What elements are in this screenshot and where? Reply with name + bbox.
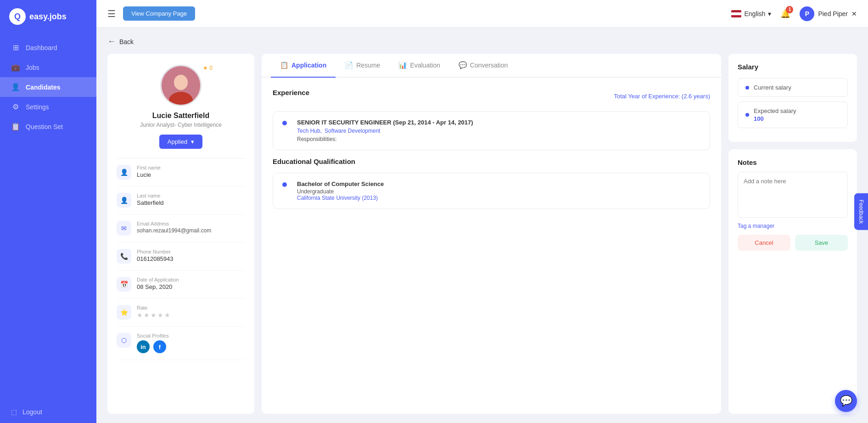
rate-label: Rate (137, 305, 245, 310)
question-set-icon: 📋 (11, 122, 20, 131)
notification-button[interactable]: 🔔 1 (780, 9, 790, 19)
flag-icon (731, 10, 741, 17)
sidebar-nav: ⊞ Dashboard 💼 Jobs 👤 Candidates ⚙ Settin… (0, 33, 96, 401)
status-dropdown[interactable]: Applied ▾ (159, 135, 202, 149)
doa-value: 08 Sep, 2020 (137, 283, 245, 290)
stars-row[interactable]: ★ ★ ★ ★ ★ (137, 311, 245, 319)
tab-resume-label: Resume (356, 62, 380, 69)
experience-card: SENIOR IT SECURITY ENGINEER (Sep 21, 201… (273, 111, 710, 150)
company-selector[interactable]: P Pied Piper ✕ (800, 6, 857, 21)
chat-fab-icon: 💬 (840, 395, 852, 407)
total-exp-label: Total Year of Experience: (614, 93, 680, 100)
company-name: Pied Piper (818, 10, 848, 17)
exp-tag-1: Software Development (325, 128, 380, 134)
social-label: Social Profiles (137, 333, 245, 338)
tab-resume[interactable]: 📄 Resume (336, 54, 389, 78)
person2-icon: 👤 (117, 193, 131, 208)
tab-application-label: Application (291, 62, 326, 69)
first-name-label: First name (137, 165, 245, 170)
tab-conversation[interactable]: 💬 Conversation (449, 54, 517, 78)
field-phone: 📞 Phone Number 01612085943 (117, 243, 245, 271)
first-name-value: Lucie (137, 171, 245, 178)
star-rating-top: ★ 0 (203, 65, 213, 71)
sidebar-item-dashboard[interactable]: ⊞ Dashboard (0, 38, 96, 57)
person-icon: 👤 (117, 165, 131, 180)
expected-salary-dot (745, 113, 749, 117)
phone-value: 01612085943 (137, 255, 245, 262)
feedback-tab[interactable]: Feedback (854, 193, 868, 230)
right-panel: Salary Current salary Expected salary 10… (728, 54, 857, 414)
edu-university: California State University (2013) (297, 195, 700, 201)
last-name-value: Satterfield (137, 199, 245, 206)
current-salary-dot (745, 86, 749, 90)
last-name-label: Last name (137, 193, 245, 198)
field-email: ✉ Email Address sohan.rezaul1994@gmail.c… (117, 214, 245, 243)
edu-degree: Bachelor of Computer Science (297, 180, 700, 187)
tab-conversation-label: Conversation (470, 62, 508, 69)
avatar (160, 65, 202, 106)
sidebar-item-candidates[interactable]: 👤 Candidates (0, 77, 96, 97)
hamburger-button[interactable]: ☰ (107, 8, 116, 19)
facebook-icon[interactable]: f (153, 340, 166, 353)
back-button[interactable]: ← Back (107, 37, 857, 46)
topbar-right: English ▾ 🔔 1 P Pied Piper ✕ (731, 6, 857, 21)
education-card: Bachelor of Computer Science Undergradua… (273, 173, 710, 209)
tab-evaluation[interactable]: 📊 Evaluation (389, 54, 449, 78)
current-salary-row: Current salary (738, 78, 848, 97)
expected-salary-label: Expected salary (754, 107, 796, 114)
salary-title: Salary (738, 63, 848, 71)
svg-point-3 (174, 76, 188, 90)
field-last-name: 👤 Last name Satterfield (117, 186, 245, 214)
logout-button[interactable]: ⬚ Logout (0, 401, 96, 423)
view-company-button[interactable]: View Company Page (123, 6, 195, 21)
field-rate: ⭐ Rate ★ ★ ★ ★ ★ (117, 299, 245, 327)
sidebar-label-candidates: Candidates (26, 84, 60, 91)
language-selector[interactable]: English ▾ (731, 10, 771, 17)
phone-label: Phone Number (137, 249, 245, 254)
star-count: ★ 0 (203, 65, 213, 71)
save-button[interactable]: Save (795, 235, 848, 251)
language-label: English (744, 10, 765, 17)
sidebar-item-jobs[interactable]: 💼 Jobs (0, 57, 96, 77)
page-layout: ★ 0 Lucie Satterfield Junior Analyst- Cy… (107, 54, 857, 414)
field-first-name: 👤 First name Lucie (117, 158, 245, 186)
tab-evaluation-label: Evaluation (410, 62, 440, 69)
sidebar-item-settings[interactable]: ⚙ Settings (0, 97, 96, 117)
salary-card: Salary Current salary Expected salary 10… (728, 54, 857, 142)
tab-application[interactable]: 📋 Application (271, 54, 336, 78)
candidate-fields: 👤 First name Lucie 👤 Last name Satterfie… (117, 158, 245, 360)
notes-actions: Cancel Save (738, 235, 848, 251)
content-area: ← Back ★ 0 (96, 28, 868, 423)
total-exp-value: (2.6 years) (682, 93, 710, 100)
topbar-left: ☰ View Company Page (107, 6, 195, 21)
edu-bullet (282, 182, 287, 187)
chat-fab[interactable]: 💬 (835, 390, 857, 412)
app-name: easy.jobs (29, 12, 67, 22)
social-content: Social Profiles in f (137, 333, 245, 353)
company-chevron: ✕ (851, 10, 857, 17)
education-title: Educational Qualification (273, 158, 710, 165)
candidate-title: Junior Analyst- Cyber Intelligence (140, 122, 222, 128)
sidebar-label-settings: Settings (26, 103, 49, 111)
linkedin-icon[interactable]: in (137, 340, 150, 353)
company-avatar: P (800, 6, 814, 21)
jobs-icon: 💼 (11, 63, 20, 72)
candidate-name: Lucie Satterfield (152, 112, 209, 120)
tabs-bar: 📋 Application 📄 Resume 📊 Evaluation 💬 Co… (262, 54, 721, 78)
exp-tags: Tech Hub, Software Development (297, 128, 700, 134)
logout-icon: ⬚ (11, 408, 17, 416)
last-name-content: Last name Satterfield (137, 193, 245, 206)
dashboard-icon: ⊞ (11, 43, 20, 52)
tag-manager-link[interactable]: Tag a manager (738, 223, 848, 229)
exp-tag-0: Tech Hub, (297, 128, 322, 134)
notification-badge: 1 (786, 6, 793, 13)
exp-bullet (282, 121, 287, 125)
field-social: ⬡ Social Profiles in f (117, 327, 245, 360)
current-salary-content: Current salary (754, 84, 791, 91)
settings-icon: ⚙ (11, 102, 20, 111)
sidebar-item-question-set[interactable]: 📋 Question Set (0, 117, 96, 136)
edu-body: Bachelor of Computer Science Undergradua… (297, 180, 700, 201)
notes-textarea[interactable] (738, 172, 848, 218)
exp-responsibilities: Responsibilities: (297, 136, 700, 142)
cancel-button[interactable]: Cancel (738, 235, 790, 251)
